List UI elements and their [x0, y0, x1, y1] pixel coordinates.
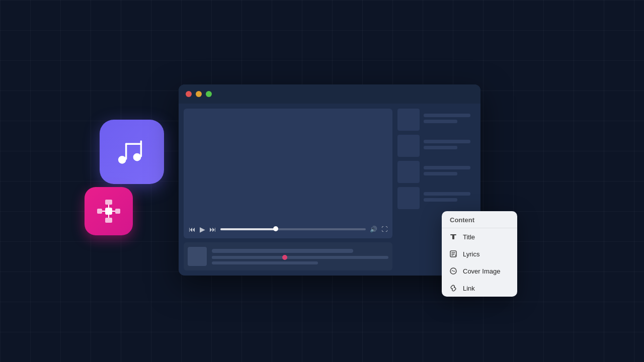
svg-point-1 [133, 153, 141, 161]
track-title-bar [212, 249, 353, 253]
svg-rect-8 [97, 209, 102, 214]
svg-rect-17 [451, 252, 455, 253]
music-app-icon[interactable] [100, 120, 164, 184]
window-content: ⏮ ▶ ⏭ 🔊 ⛶ [179, 104, 480, 276]
playlist-thumb [397, 187, 420, 209]
main-window: ⏮ ▶ ⏭ 🔊 ⛶ [179, 84, 480, 276]
track-progress-fill [212, 256, 286, 259]
svg-rect-4 [125, 143, 142, 145]
diagram-icon [95, 198, 122, 225]
playlist-line-sub [424, 198, 457, 202]
fast-forward-button[interactable]: ⏭ [209, 225, 216, 233]
cover-image-icon [449, 266, 458, 276]
diagram-app-icon[interactable] [85, 187, 133, 235]
cover-image-label: Cover Image [463, 267, 500, 275]
track-progress-bar[interactable] [212, 256, 388, 259]
volume-button[interactable]: 🔊 [370, 226, 377, 233]
svg-rect-18 [451, 254, 454, 255]
context-menu-item-title[interactable]: Title [442, 228, 517, 245]
svg-rect-19 [451, 255, 453, 256]
svg-rect-5 [105, 208, 112, 215]
playlist-line-title [424, 140, 470, 143]
playlist-line-sub [424, 172, 457, 175]
video-player: ⏮ ▶ ⏭ 🔊 ⛶ [184, 109, 392, 238]
title-label: Title [463, 233, 475, 241]
seek-bar[interactable] [220, 228, 366, 230]
traffic-light-red[interactable] [186, 91, 192, 97]
playlist-lines [424, 166, 475, 178]
track-details [212, 249, 388, 264]
playlist-item[interactable] [397, 187, 475, 209]
context-menu-item-cover-image[interactable]: Cover Image [442, 262, 517, 280]
track-thumbnail [188, 247, 207, 266]
fullscreen-button[interactable]: ⛶ [381, 226, 387, 233]
play-button[interactable]: ▶ [200, 225, 205, 233]
window-titlebar [179, 84, 480, 104]
track-sub-bar [212, 261, 318, 264]
playlist-line-sub [424, 120, 457, 123]
lyrics-label: Lyrics [463, 250, 479, 258]
track-info-bar [184, 242, 392, 270]
playlist-thumb [397, 161, 420, 183]
playlist-line-title [424, 166, 470, 169]
context-menu-item-lyrics[interactable]: Lyrics [442, 245, 517, 262]
playlist-line-title [424, 192, 470, 196]
svg-rect-3 [140, 140, 142, 157]
svg-rect-9 [115, 209, 120, 214]
playlist-item[interactable] [397, 109, 475, 131]
playlist-lines [424, 114, 475, 126]
playlist-thumb [397, 109, 420, 131]
traffic-light-yellow[interactable] [196, 91, 202, 97]
playlist-thumb [397, 135, 420, 157]
music-notes-icon [114, 138, 149, 166]
svg-rect-2 [125, 143, 127, 160]
seek-bar-fill [220, 228, 276, 230]
playlist-item[interactable] [397, 161, 475, 183]
link-label: Link [463, 285, 475, 292]
playlist-lines [424, 140, 475, 152]
context-menu-header: Content [442, 211, 517, 228]
svg-rect-15 [452, 234, 454, 239]
context-menu: Content Title Lyrics [442, 211, 517, 297]
video-area: ⏮ ▶ ⏭ 🔊 ⛶ [184, 109, 392, 270]
playlist-line-title [424, 114, 470, 117]
playlist-lines [424, 192, 475, 204]
seek-thumb [273, 226, 278, 231]
svg-rect-6 [105, 200, 112, 205]
svg-rect-7 [105, 218, 112, 223]
playlist-item[interactable] [397, 135, 475, 157]
context-menu-item-link[interactable]: Link [442, 280, 517, 297]
rewind-button[interactable]: ⏮ [189, 225, 196, 233]
svg-point-0 [118, 156, 126, 164]
playlist-line-sub [424, 146, 457, 149]
title-icon [449, 232, 458, 241]
traffic-light-green[interactable] [206, 91, 212, 97]
player-controls: ⏮ ▶ ⏭ 🔊 ⛶ [189, 225, 387, 233]
track-progress-dot [282, 255, 287, 260]
link-icon [449, 284, 458, 293]
lyrics-icon [449, 249, 458, 258]
